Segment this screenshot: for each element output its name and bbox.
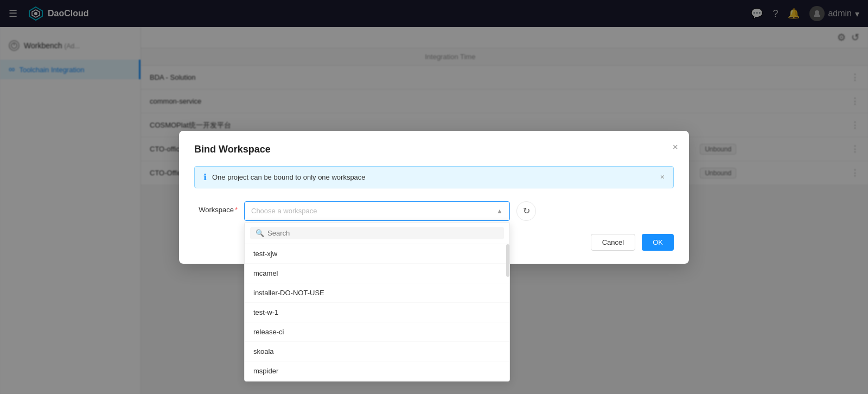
modal-overlay: Bind Workspace × ℹ One project can be bo…: [0, 0, 868, 394]
workspace-dropdown-menu: 🔍 test-xjw mcamel installer-DO-NOT-USE t…: [244, 222, 510, 382]
info-banner: ℹ One project can be bound to only one w…: [194, 166, 674, 188]
list-item[interactable]: mspider: [245, 361, 509, 381]
bind-workspace-modal: Bind Workspace × ℹ One project can be bo…: [179, 131, 689, 264]
search-icon: 🔍: [256, 229, 264, 237]
refresh-icon: ↻: [523, 206, 530, 216]
scrollbar-track: [506, 244, 509, 381]
list-item[interactable]: skoala: [245, 342, 509, 361]
workspace-dropdown: Choose a workspace ▲ 🔍 test-xjw mcamel: [244, 201, 510, 221]
workspace-list: test-xjw mcamel installer-DO-NOT-USE tes…: [245, 244, 509, 381]
search-box: 🔍: [245, 223, 509, 244]
modal-close-button[interactable]: ×: [672, 142, 678, 153]
workspace-form-row: Workspace* Choose a workspace ▲ 🔍: [194, 201, 674, 221]
workspace-dropdown-trigger[interactable]: Choose a workspace ▲: [244, 201, 510, 221]
modal-title: Bind Workspace: [194, 144, 674, 155]
chevron-up-icon: ▲: [496, 207, 503, 215]
workspace-label: Workspace*: [194, 201, 238, 214]
list-item[interactable]: test-w-1: [245, 303, 509, 322]
list-item[interactable]: installer-DO-NOT-USE: [245, 283, 509, 303]
info-dismiss-button[interactable]: ×: [660, 173, 665, 181]
list-item[interactable]: mcamel: [245, 264, 509, 283]
ok-button[interactable]: OK: [642, 234, 674, 251]
workspace-search-input[interactable]: [267, 229, 499, 237]
dropdown-placeholder: Choose a workspace: [251, 207, 317, 215]
cancel-button[interactable]: Cancel: [591, 234, 635, 251]
list-item[interactable]: release-ci: [245, 322, 509, 342]
scrollbar-thumb: [506, 244, 509, 277]
info-icon: ℹ: [203, 172, 207, 182]
list-item[interactable]: test-xjw: [245, 244, 509, 264]
info-message: One project can be bound to only one wor…: [212, 173, 655, 181]
refresh-button[interactable]: ↻: [516, 201, 536, 221]
